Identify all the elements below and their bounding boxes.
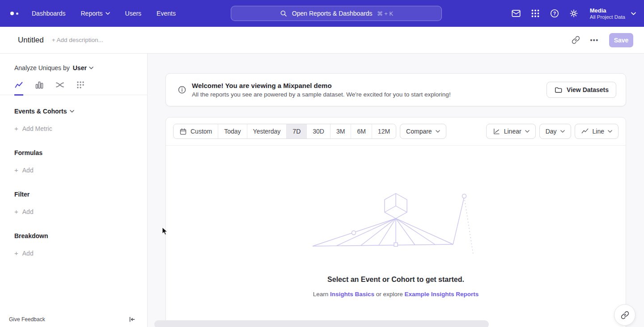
collapse-sidebar-button[interactable] bbox=[128, 316, 136, 323]
project-switcher[interactable]: Media All Project Data bbox=[590, 7, 625, 20]
compare-dropdown[interactable]: Compare bbox=[400, 124, 446, 139]
date-range-segmented-control: Custom Today Yesterday 7D 30D 3M 6M 12M bbox=[173, 124, 396, 139]
report-description-placeholder[interactable]: + Add description... bbox=[52, 37, 103, 43]
bar-chart-icon bbox=[35, 80, 44, 89]
welcome-body: All the reports you see are powered by a… bbox=[192, 91, 451, 98]
copy-link-button[interactable] bbox=[568, 33, 583, 48]
search-shortcut: ⌘ + K bbox=[377, 10, 394, 17]
analyze-uniques-row: Analyze Uniques by User bbox=[0, 54, 147, 71]
logo-dot-icon bbox=[16, 13, 18, 15]
tab-retention[interactable] bbox=[76, 80, 85, 96]
range-12m-button[interactable]: 12M bbox=[372, 124, 396, 138]
add-metric-label: Add Metric bbox=[22, 125, 52, 132]
project-name: Media bbox=[590, 7, 625, 14]
linear-scale-icon bbox=[492, 127, 500, 135]
tab-line-chart[interactable] bbox=[14, 80, 23, 96]
global-search[interactable]: Open Reports & Dashboards ⌘ + K bbox=[231, 6, 442, 21]
give-feedback-link[interactable]: Give Feedback bbox=[9, 316, 45, 323]
analyze-by-value: User bbox=[73, 64, 87, 71]
nav-reports[interactable]: Reports bbox=[81, 10, 110, 17]
add-breakdown-label: Add bbox=[22, 250, 34, 257]
line-chart-icon bbox=[581, 127, 589, 135]
sidebar-footer: Give Feedback bbox=[9, 316, 136, 323]
add-filter-button[interactable]: + Add bbox=[14, 208, 147, 215]
help-icon: ? bbox=[550, 8, 559, 18]
horizontal-scrollbar[interactable] bbox=[154, 320, 489, 327]
insights-basics-link[interactable]: Insights Basics bbox=[330, 291, 374, 298]
nav-events[interactable]: Events bbox=[157, 10, 176, 17]
interval-label: Day bbox=[546, 128, 557, 135]
flows-icon bbox=[55, 80, 64, 89]
formulas-title: Formulas bbox=[14, 149, 147, 156]
inbox-button[interactable] bbox=[508, 6, 524, 21]
plus-icon: + bbox=[14, 126, 18, 132]
nav-dashboards[interactable]: Dashboards bbox=[32, 10, 66, 17]
chevron-down-icon bbox=[106, 12, 110, 15]
view-datasets-button[interactable]: View Datasets bbox=[547, 82, 616, 98]
section-breakdown: Breakdown + Add bbox=[0, 232, 147, 257]
empty-state-illustration bbox=[311, 192, 481, 259]
welcome-title: Welcome! You are viewing a Mixpanel demo bbox=[192, 82, 451, 89]
plus-icon: + bbox=[14, 250, 18, 256]
mixpanel-logo[interactable] bbox=[0, 0, 25, 27]
settings-button[interactable] bbox=[566, 6, 581, 21]
filter-title: Filter bbox=[14, 191, 147, 198]
welcome-banner: Welcome! You are viewing a Mixpanel demo… bbox=[165, 73, 626, 106]
folder-icon bbox=[554, 86, 563, 94]
empty-state: Select an Event or Cohort to get started… bbox=[166, 192, 626, 298]
more-options-button[interactable]: ••• bbox=[587, 33, 602, 48]
calendar-icon bbox=[179, 128, 187, 135]
range-custom-button[interactable]: Custom bbox=[174, 124, 218, 138]
inbox-icon bbox=[511, 8, 521, 18]
add-filter-label: Add bbox=[22, 208, 34, 215]
search-icon bbox=[280, 9, 288, 17]
chevron-down-icon bbox=[525, 130, 530, 133]
range-7d-button[interactable]: 7D bbox=[286, 124, 306, 138]
project-chevron[interactable] bbox=[631, 12, 636, 15]
help-button[interactable]: ? bbox=[547, 6, 562, 21]
svg-text:?: ? bbox=[553, 11, 556, 16]
apps-grid-button[interactable] bbox=[528, 6, 543, 21]
range-yesterday-button[interactable]: Yesterday bbox=[247, 124, 287, 138]
chevron-down-icon bbox=[608, 130, 612, 133]
report-title[interactable]: Untitled bbox=[18, 36, 44, 45]
main-content: Welcome! You are viewing a Mixpanel demo… bbox=[148, 54, 644, 327]
chevron-down-icon bbox=[560, 130, 565, 133]
gear-icon bbox=[569, 8, 579, 18]
add-formula-label: Add bbox=[22, 167, 34, 174]
tab-bar-chart[interactable] bbox=[35, 80, 44, 96]
share-link-fab[interactable] bbox=[614, 304, 636, 326]
tab-flows[interactable] bbox=[55, 80, 64, 96]
link-icon bbox=[572, 36, 580, 44]
range-custom-label: Custom bbox=[191, 128, 212, 135]
interval-dropdown[interactable]: Day bbox=[539, 124, 571, 139]
nav-reports-label: Reports bbox=[81, 10, 103, 17]
add-breakdown-button[interactable]: + Add bbox=[14, 250, 147, 257]
add-formula-button[interactable]: + Add bbox=[14, 167, 147, 174]
chart-type-dropdown[interactable]: Line bbox=[575, 124, 619, 139]
analyze-by-dropdown[interactable]: User bbox=[73, 64, 93, 71]
chevron-down-icon bbox=[631, 12, 636, 15]
apps-grid-icon bbox=[531, 9, 540, 18]
nav-users[interactable]: Users bbox=[125, 10, 142, 17]
section-events-cohorts: Events & Cohorts + Add Metric bbox=[0, 108, 147, 132]
learn-prefix: Learn bbox=[313, 291, 329, 298]
metric-type-tabs bbox=[0, 71, 147, 95]
plus-icon: + bbox=[14, 167, 18, 173]
events-cohorts-header[interactable]: Events & Cohorts bbox=[14, 108, 147, 115]
add-metric-button[interactable]: + Add Metric bbox=[14, 125, 147, 132]
analyze-label: Analyze Uniques by bbox=[14, 64, 70, 71]
report-header-bar: Untitled + Add description... ••• Save bbox=[0, 27, 644, 54]
range-6m-button[interactable]: 6M bbox=[351, 124, 371, 138]
chevron-down-icon bbox=[70, 110, 74, 113]
welcome-text: Welcome! You are viewing a Mixpanel demo… bbox=[192, 82, 451, 98]
scale-dropdown[interactable]: Linear bbox=[486, 124, 536, 139]
range-30d-button[interactable]: 30D bbox=[306, 124, 330, 138]
report-actions: ••• Save bbox=[568, 33, 633, 48]
save-button[interactable]: Save bbox=[609, 33, 633, 47]
logo-dot-icon bbox=[10, 12, 14, 15]
search-placeholder: Open Reports & Dashboards bbox=[292, 10, 373, 17]
range-today-button[interactable]: Today bbox=[218, 124, 246, 138]
range-3m-button[interactable]: 3M bbox=[330, 124, 351, 138]
example-insights-reports-link[interactable]: Example Insights Reports bbox=[405, 291, 479, 298]
